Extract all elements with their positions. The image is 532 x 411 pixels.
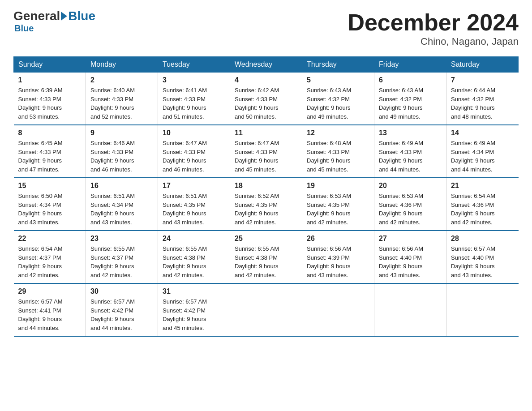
day-info: Sunrise: 6:43 AM Sunset: 4:32 PM Dayligh… bbox=[307, 86, 369, 121]
day-number: 19 bbox=[307, 182, 369, 190]
header-tuesday: Tuesday bbox=[158, 57, 230, 73]
table-row: 25 Sunrise: 6:55 AM Sunset: 4:38 PM Dayl… bbox=[230, 231, 302, 283]
header-friday: Friday bbox=[374, 57, 446, 73]
day-info: Sunrise: 6:55 AM Sunset: 4:38 PM Dayligh… bbox=[235, 244, 297, 279]
calendar-week-row: 15 Sunrise: 6:50 AM Sunset: 4:34 PM Dayl… bbox=[14, 178, 519, 231]
table-row: 22 Sunrise: 6:54 AM Sunset: 4:37 PM Dayl… bbox=[14, 231, 86, 283]
table-row: 29 Sunrise: 6:57 AM Sunset: 4:41 PM Dayl… bbox=[14, 283, 86, 336]
day-number: 16 bbox=[90, 182, 153, 190]
day-info: Sunrise: 6:49 AM Sunset: 4:34 PM Dayligh… bbox=[451, 139, 514, 174]
table-row: 14 Sunrise: 6:49 AM Sunset: 4:34 PM Dayl… bbox=[446, 125, 519, 178]
logo-general-text: General bbox=[13, 9, 60, 23]
day-info: Sunrise: 6:54 AM Sunset: 4:36 PM Dayligh… bbox=[451, 192, 514, 227]
table-row: 15 Sunrise: 6:50 AM Sunset: 4:34 PM Dayl… bbox=[14, 178, 86, 231]
table-row: 31 Sunrise: 6:57 AM Sunset: 4:42 PM Dayl… bbox=[158, 283, 230, 336]
table-row: 8 Sunrise: 6:45 AM Sunset: 4:33 PM Dayli… bbox=[14, 125, 86, 178]
day-number: 25 bbox=[235, 235, 297, 243]
table-row: 5 Sunrise: 6:43 AM Sunset: 4:32 PM Dayli… bbox=[302, 73, 374, 125]
table-row: 27 Sunrise: 6:56 AM Sunset: 4:40 PM Dayl… bbox=[374, 231, 446, 283]
day-number: 18 bbox=[235, 182, 297, 190]
header-monday: Monday bbox=[86, 57, 158, 73]
header-sunday: Sunday bbox=[14, 57, 86, 73]
table-row bbox=[446, 283, 519, 336]
day-number: 13 bbox=[379, 129, 442, 137]
table-row: 16 Sunrise: 6:51 AM Sunset: 4:34 PM Dayl… bbox=[86, 178, 158, 231]
header-thursday: Thursday bbox=[302, 57, 374, 73]
table-row: 11 Sunrise: 6:47 AM Sunset: 4:33 PM Dayl… bbox=[230, 125, 302, 178]
day-number: 3 bbox=[163, 76, 225, 84]
calendar-week-row: 22 Sunrise: 6:54 AM Sunset: 4:37 PM Dayl… bbox=[14, 231, 519, 283]
table-row: 13 Sunrise: 6:49 AM Sunset: 4:33 PM Dayl… bbox=[374, 125, 446, 178]
table-row: 28 Sunrise: 6:57 AM Sunset: 4:40 PM Dayl… bbox=[446, 231, 519, 283]
day-number: 5 bbox=[307, 76, 369, 84]
day-info: Sunrise: 6:48 AM Sunset: 4:33 PM Dayligh… bbox=[307, 139, 369, 174]
table-row: 18 Sunrise: 6:52 AM Sunset: 4:35 PM Dayl… bbox=[230, 178, 302, 231]
day-number: 12 bbox=[307, 129, 369, 137]
day-info: Sunrise: 6:47 AM Sunset: 4:33 PM Dayligh… bbox=[163, 139, 225, 174]
calendar-week-row: 8 Sunrise: 6:45 AM Sunset: 4:33 PM Dayli… bbox=[14, 125, 519, 178]
day-number: 11 bbox=[235, 129, 297, 137]
table-row: 2 Sunrise: 6:40 AM Sunset: 4:33 PM Dayli… bbox=[86, 73, 158, 125]
day-number: 17 bbox=[163, 182, 225, 190]
day-info: Sunrise: 6:51 AM Sunset: 4:35 PM Dayligh… bbox=[163, 192, 225, 227]
day-info: Sunrise: 6:56 AM Sunset: 4:40 PM Dayligh… bbox=[379, 244, 442, 279]
day-number: 22 bbox=[18, 235, 82, 243]
table-row bbox=[230, 283, 302, 336]
table-row: 17 Sunrise: 6:51 AM Sunset: 4:35 PM Dayl… bbox=[158, 178, 230, 231]
day-number: 7 bbox=[451, 76, 514, 84]
calendar-title: December 2024 bbox=[348, 9, 519, 36]
day-info: Sunrise: 6:45 AM Sunset: 4:33 PM Dayligh… bbox=[18, 139, 82, 174]
day-info: Sunrise: 6:40 AM Sunset: 4:33 PM Dayligh… bbox=[90, 86, 153, 121]
table-row: 3 Sunrise: 6:41 AM Sunset: 4:33 PM Dayli… bbox=[158, 73, 230, 125]
table-row: 10 Sunrise: 6:47 AM Sunset: 4:33 PM Dayl… bbox=[158, 125, 230, 178]
table-row: 1 Sunrise: 6:39 AM Sunset: 4:33 PM Dayli… bbox=[14, 73, 86, 125]
day-info: Sunrise: 6:55 AM Sunset: 4:38 PM Dayligh… bbox=[163, 244, 225, 279]
day-info: Sunrise: 6:51 AM Sunset: 4:34 PM Dayligh… bbox=[90, 192, 153, 227]
day-info: Sunrise: 6:41 AM Sunset: 4:33 PM Dayligh… bbox=[163, 86, 225, 121]
day-number: 10 bbox=[163, 129, 225, 137]
day-number: 29 bbox=[18, 287, 82, 295]
title-block: December 2024 Chino, Nagano, Japan bbox=[348, 9, 519, 47]
table-row bbox=[374, 283, 446, 336]
day-number: 24 bbox=[163, 235, 225, 243]
day-number: 21 bbox=[451, 182, 514, 190]
calendar-week-row: 1 Sunrise: 6:39 AM Sunset: 4:33 PM Dayli… bbox=[14, 73, 519, 125]
day-number: 14 bbox=[451, 129, 514, 137]
day-info: Sunrise: 6:53 AM Sunset: 4:35 PM Dayligh… bbox=[307, 192, 369, 227]
day-info: Sunrise: 6:44 AM Sunset: 4:32 PM Dayligh… bbox=[451, 86, 514, 121]
calendar-week-row: 29 Sunrise: 6:57 AM Sunset: 4:41 PM Dayl… bbox=[14, 283, 519, 336]
day-number: 2 bbox=[90, 76, 153, 84]
header-wednesday: Wednesday bbox=[230, 57, 302, 73]
day-info: Sunrise: 6:53 AM Sunset: 4:36 PM Dayligh… bbox=[379, 192, 442, 227]
table-row: 6 Sunrise: 6:43 AM Sunset: 4:32 PM Dayli… bbox=[374, 73, 446, 125]
table-row: 21 Sunrise: 6:54 AM Sunset: 4:36 PM Dayl… bbox=[446, 178, 519, 231]
table-row: 30 Sunrise: 6:57 AM Sunset: 4:42 PM Dayl… bbox=[86, 283, 158, 336]
day-number: 23 bbox=[90, 235, 153, 243]
day-info: Sunrise: 6:50 AM Sunset: 4:34 PM Dayligh… bbox=[18, 192, 82, 227]
logo: General Blue Blue bbox=[13, 9, 95, 34]
day-number: 20 bbox=[379, 182, 442, 190]
calendar-location: Chino, Nagano, Japan bbox=[348, 36, 519, 47]
day-info: Sunrise: 6:49 AM Sunset: 4:33 PM Dayligh… bbox=[379, 139, 442, 174]
day-number: 8 bbox=[18, 129, 82, 137]
table-row: 12 Sunrise: 6:48 AM Sunset: 4:33 PM Dayl… bbox=[302, 125, 374, 178]
day-number: 1 bbox=[18, 76, 82, 84]
day-info: Sunrise: 6:43 AM Sunset: 4:32 PM Dayligh… bbox=[379, 86, 442, 121]
day-number: 4 bbox=[235, 76, 297, 84]
day-number: 9 bbox=[90, 129, 153, 137]
calendar-header-row: Sunday Monday Tuesday Wednesday Thursday… bbox=[14, 57, 519, 73]
table-row bbox=[302, 283, 374, 336]
table-row: 4 Sunrise: 6:42 AM Sunset: 4:33 PM Dayli… bbox=[230, 73, 302, 125]
day-number: 30 bbox=[90, 287, 153, 295]
day-number: 26 bbox=[307, 235, 369, 243]
logo-subtitle: Blue bbox=[14, 23, 34, 33]
table-row: 9 Sunrise: 6:46 AM Sunset: 4:33 PM Dayli… bbox=[86, 125, 158, 178]
day-info: Sunrise: 6:57 AM Sunset: 4:42 PM Dayligh… bbox=[163, 297, 225, 332]
day-number: 28 bbox=[451, 235, 514, 243]
logo-arrow-icon bbox=[61, 12, 67, 21]
day-info: Sunrise: 6:57 AM Sunset: 4:42 PM Dayligh… bbox=[90, 297, 153, 332]
day-info: Sunrise: 6:56 AM Sunset: 4:39 PM Dayligh… bbox=[307, 244, 369, 279]
logo-blue-text: Blue bbox=[68, 9, 95, 23]
table-row: 26 Sunrise: 6:56 AM Sunset: 4:39 PM Dayl… bbox=[302, 231, 374, 283]
day-info: Sunrise: 6:57 AM Sunset: 4:41 PM Dayligh… bbox=[18, 297, 82, 332]
